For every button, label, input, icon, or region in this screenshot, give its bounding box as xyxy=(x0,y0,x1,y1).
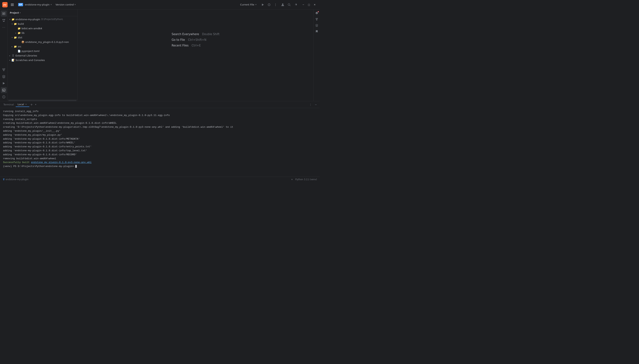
tree-root-item[interactable]: ▾ 📁 endstone-my-plugin D:\Projects\Pytho… xyxy=(8,17,77,22)
sidebar-icon-terminal[interactable] xyxy=(1,87,7,93)
tab-local[interactable]: Local ✕ xyxy=(16,102,29,107)
terminal-line-11: adding 'endstone-my-plugin-0.1.0.dist-in… xyxy=(3,149,317,153)
terminal-cursor xyxy=(75,165,77,168)
terminal-line-4: creating build\bdist.win-amd64\wheel\end… xyxy=(3,121,317,125)
project-name-button[interactable]: EP endstone-my-plugin ▾ xyxy=(17,2,53,7)
tree-arrow-root: ▾ xyxy=(8,18,11,21)
sidebar-icon-project[interactable] xyxy=(1,10,7,16)
tree-item-dist[interactable]: ▾ 📁 dist xyxy=(8,35,77,40)
tree-arrow-lib: ▸ xyxy=(14,31,18,34)
tree-arrow-build: ▾ xyxy=(11,22,14,25)
terminal-line-8: adding 'endstone-my-plugin-0.1.0.dist-in… xyxy=(3,137,317,141)
sidebar-icon-problems[interactable] xyxy=(1,94,7,100)
svg-line-42 xyxy=(4,179,4,180)
tree-build-label: build xyxy=(18,22,24,25)
project-header: Project ▾ xyxy=(8,10,77,16)
statusbar-power-icon xyxy=(291,178,293,180)
project-header-title[interactable]: Project ▾ xyxy=(10,12,21,14)
close-button[interactable]: ✕ xyxy=(312,2,317,7)
terminal-line-3: running install_scripts xyxy=(3,118,317,122)
cf-chevron-icon: ▾ xyxy=(255,4,257,6)
profile-button[interactable] xyxy=(280,2,286,8)
statusbar: endstone-my-plugin Python 3.11 (venv) xyxy=(0,176,320,182)
vcs-sidebar-button[interactable] xyxy=(314,16,319,22)
tree-file-whl-icon: 📦 xyxy=(21,40,25,44)
project-scrollbar[interactable] xyxy=(8,100,77,101)
svg-rect-4 xyxy=(11,6,14,6)
tree-item-whl[interactable]: ▸ 📦 endstone_my_plugin-0.1.0-py3-non xyxy=(8,40,77,44)
statusbar-python-version[interactable]: Python 3.11 (venv) xyxy=(294,177,318,182)
tree-pyproject-label: pyproject.toml xyxy=(22,50,40,52)
run-button[interactable] xyxy=(260,2,266,8)
tree-lib-label: lib xyxy=(22,32,24,34)
tree-arrow-dist: ▾ xyxy=(11,36,14,39)
terminal-line-5: creating 'D:\Projects\Python\endstone-my… xyxy=(3,125,317,129)
maximize-button[interactable]: □ xyxy=(306,2,312,7)
terminal-line-13: removing build\bdist.win-amd64\wheel xyxy=(3,157,317,161)
sidebar-icon-structure[interactable] xyxy=(1,18,7,24)
tree-bdist-label: bdist.win-amd64 xyxy=(22,27,42,30)
tree-item-bdist[interactable]: ▸ 📁 bdist.win-amd64 xyxy=(8,26,77,30)
svg-marker-43 xyxy=(291,178,293,180)
project-tree: ▾ 📁 endstone-my-plugin D:\Projects\Pytho… xyxy=(8,16,77,100)
whl-file-link[interactable]: endstone_my_plugin-0.1.0-py3-none-any.wh… xyxy=(31,161,92,164)
bottom-section: Terminal Local ✕ + ▾ ⋮ ─ running install… xyxy=(0,101,320,176)
run-debug-toolbar: ⋮ xyxy=(260,2,278,8)
sidebar-icon-run[interactable] xyxy=(1,80,7,86)
more-options-button[interactable]: ⋮ xyxy=(273,2,278,8)
search-button[interactable] xyxy=(286,2,292,8)
minimize-button[interactable]: ─ xyxy=(301,2,306,7)
statusbar-git-item[interactable]: endstone-my-plugin xyxy=(2,177,30,182)
tree-item-scratches[interactable]: ▸ 📝 Scratches and Consoles xyxy=(8,58,77,62)
recent-files-shortcut: Ctrl+E xyxy=(191,44,201,47)
search-everywhere-label: Search Everywhere xyxy=(171,32,199,36)
quick-actions-panel: Search Everywhere Double Shift Go to Fil… xyxy=(171,32,219,48)
svg-line-36 xyxy=(317,19,317,20)
bookmarks-sidebar-button[interactable] xyxy=(314,29,319,34)
search-everywhere-action[interactable]: Search Everywhere Double Shift xyxy=(171,32,219,36)
sidebar-icon-layers[interactable] xyxy=(1,74,7,80)
tree-arrow-bdist: ▸ xyxy=(14,27,18,30)
terminal-tabs-dropdown[interactable]: ▾ xyxy=(34,103,38,106)
project-title-label: Project xyxy=(10,12,19,14)
current-file-button[interactable]: Current File ▾ xyxy=(238,2,258,7)
svg-point-9 xyxy=(282,4,284,5)
right-sidebar xyxy=(314,10,320,101)
tab-terminal[interactable]: Terminal xyxy=(2,102,16,107)
goto-file-action[interactable]: Go to File Ctrl+Shift+N xyxy=(171,38,219,42)
tree-scratches-icon: 📝 xyxy=(11,58,15,62)
tree-folder-lib-icon: 📁 xyxy=(18,31,21,34)
version-control-button[interactable]: Version control ▾ xyxy=(54,2,77,7)
tree-item-src[interactable]: ▸ 📁 src xyxy=(8,44,77,49)
sidebar-icon-git[interactable] xyxy=(1,67,7,73)
notifications-button[interactable] xyxy=(314,10,319,16)
sidebar-icon-more[interactable]: ⋯ xyxy=(1,24,7,30)
terminal-minimize-button[interactable]: ─ xyxy=(314,102,318,107)
tree-item-lib[interactable]: ▸ 📁 lib xyxy=(8,30,77,35)
python-version-label: Python 3.11 (venv) xyxy=(295,178,317,181)
tree-dist-label: dist xyxy=(18,36,22,39)
hamburger-menu-button[interactable] xyxy=(10,2,15,8)
new-terminal-button[interactable]: + xyxy=(29,102,34,107)
svg-point-21 xyxy=(3,70,4,71)
tree-folder-build-icon: 📁 xyxy=(14,22,17,26)
svg-rect-3 xyxy=(11,4,14,5)
tree-folder-bdist-icon: 📁 xyxy=(18,27,21,30)
tree-item-build[interactable]: ▾ 📁 build xyxy=(8,22,77,26)
settings-button[interactable] xyxy=(293,2,298,8)
tree-scratches-label: Scratches and Consoles xyxy=(16,59,45,62)
tree-root-path: D:\Projects\Python\ xyxy=(41,18,63,20)
statusbar-power-item[interactable] xyxy=(290,177,294,182)
tree-item-external-libs[interactable]: ▸ 🗄 External Libraries xyxy=(8,53,77,58)
tree-arrow-extlibs: ▸ xyxy=(8,54,11,57)
recent-files-action[interactable]: Recent Files Ctrl+E xyxy=(171,44,219,48)
tab-local-close[interactable]: ✕ xyxy=(25,103,28,106)
notification-dot xyxy=(318,11,319,12)
terminal-output[interactable]: running install_egg_info Copying src\end… xyxy=(0,108,320,176)
terminal-more-button[interactable]: ⋮ xyxy=(308,102,313,107)
tree-item-pyproject[interactable]: ▸ 📄 pyproject.toml xyxy=(8,49,77,53)
svg-text:PY: PY xyxy=(4,4,7,6)
main-content: ⋯ xyxy=(0,10,320,101)
debug-button[interactable] xyxy=(266,2,272,8)
layers-sidebar-button[interactable] xyxy=(314,23,319,28)
